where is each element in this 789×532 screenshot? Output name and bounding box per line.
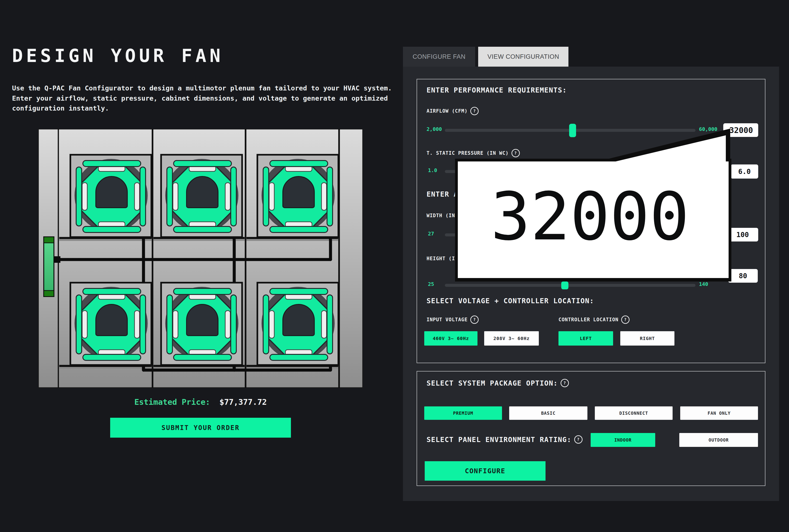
submit-order-button[interactable]: SUBMIT YOUR ORDER [110, 418, 291, 438]
price-value: $77,377.72 [219, 397, 267, 406]
help-icon[interactable]: ? [574, 435, 583, 444]
height-slider-track[interactable] [445, 284, 696, 287]
performance-heading: ENTER PERFORMANCE REQUIREMENTS: [426, 86, 567, 94]
package-option-premium[interactable]: PREMIUM [424, 406, 502, 420]
page-title: DESIGN YOUR FAN [12, 45, 224, 66]
environment-option-outdoor[interactable]: OUTDOOR [679, 433, 758, 447]
help-icon[interactable]: ? [461, 211, 469, 220]
airflow-slider-thumb[interactable] [569, 124, 576, 137]
fan-unit [70, 283, 151, 365]
height-min: 25 [428, 281, 434, 287]
help-icon[interactable]: ? [464, 254, 472, 263]
controller-location-label: CONTROLLER LOCATION ? [558, 316, 629, 324]
tab-configure-fan[interactable]: CONFIGURE FAN [403, 47, 475, 66]
width-label: WIDTH (IN) ? [426, 211, 469, 220]
controller-bar [44, 237, 54, 297]
fan-unit [70, 155, 151, 237]
airflow-min: 2,000 [426, 126, 442, 132]
tab-view-configuration[interactable]: VIEW CONFIGURATION [478, 47, 568, 66]
height-max: 140 [699, 281, 708, 287]
pressure-slider-thumb[interactable] [579, 165, 586, 178]
configure-button[interactable]: CONFIGURE [425, 461, 546, 481]
estimated-price: Estimated Price:$77,377.72 [38, 397, 363, 406]
height-label: HEIGHT (IN) ? [426, 254, 472, 263]
airflow-label: AIRFLOW (CFM) ? [426, 107, 479, 115]
voltage-option-208[interactable]: 208V 3~ 60Hz [484, 331, 539, 346]
package-option-disconnect[interactable]: DISCONNECT [595, 406, 673, 420]
price-label: Estimated Price: [134, 397, 210, 406]
fan-configurator-page: DESIGN YOUR FAN Use the Q-PAC Fan Config… [0, 0, 789, 532]
airflow-value-input[interactable]: 32000 [723, 123, 758, 137]
width-slider-thumb[interactable] [620, 228, 627, 242]
package-option-fan-only[interactable]: FAN ONLY [680, 406, 758, 420]
pressure-min: 1.0 [428, 168, 437, 173]
package-heading: SELECT SYSTEM PACKAGE OPTION: ? [426, 379, 569, 387]
environment-option-indoor[interactable]: INDOOR [591, 433, 655, 447]
pressure-label: T. STATIC PRESSURE (IN WC) ? [426, 149, 520, 157]
voltage-option-460[interactable]: 460V 3~ 60Hz [424, 331, 477, 346]
fan-diagram [38, 129, 363, 388]
help-icon[interactable]: ? [470, 316, 479, 324]
pressure-slider-track[interactable] [445, 170, 696, 173]
cabinet-heading: ENTER AIR CABINET DIMENSIONS: [426, 190, 558, 198]
width-slider-track[interactable] [445, 233, 696, 236]
pressure-value-input[interactable]: 6.0 [731, 165, 758, 178]
width-value-input[interactable]: 100 [727, 228, 758, 242]
help-icon[interactable]: ? [512, 149, 520, 157]
fan-unit [257, 283, 338, 365]
height-value-input[interactable]: 80 [728, 269, 758, 283]
voltage-heading: SELECT VOLTAGE + CONTROLLER LOCATION: [426, 297, 594, 305]
help-icon[interactable]: ? [621, 316, 629, 324]
height-slider-thumb[interactable] [561, 282, 568, 289]
controller-option-left[interactable]: LEFT [558, 331, 613, 346]
fan-unit [161, 155, 242, 237]
width-min: 27 [428, 231, 434, 236]
intro-text: Use the Q-PAC Fan Configurator to design… [12, 83, 402, 114]
environment-heading: SELECT PANEL ENVIRONMENT RATING: ? [426, 435, 583, 444]
help-icon[interactable]: ? [561, 379, 569, 387]
input-voltage-label: INPUT VOLTAGE ? [426, 316, 479, 324]
controller-option-right[interactable]: RIGHT [620, 331, 675, 346]
help-icon[interactable]: ? [470, 107, 479, 115]
fan-unit [161, 283, 242, 365]
airflow-max: 60,000 [699, 126, 717, 132]
cable-connector [53, 256, 60, 263]
package-option-basic[interactable]: BASIC [509, 406, 587, 420]
fan-unit [257, 155, 338, 237]
